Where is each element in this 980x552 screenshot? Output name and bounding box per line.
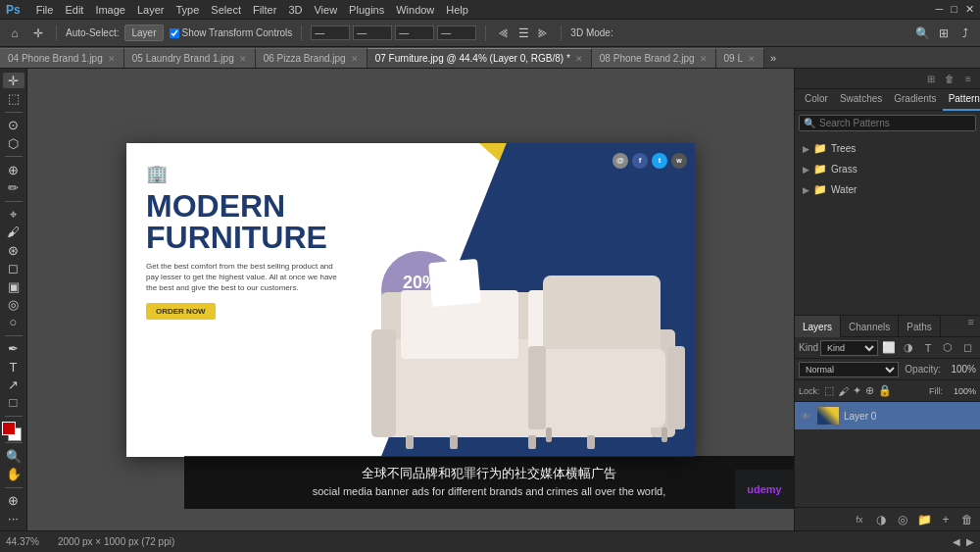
home-icon[interactable]: ⌂ [6,25,24,42]
zoom-in-tool[interactable]: ⊕ [3,492,24,508]
tab-paths[interactable]: Paths [899,316,941,337]
tab-close-2[interactable]: ✕ [351,54,359,64]
window-maximize-btn[interactable]: □ [951,3,957,16]
blur-tool[interactable]: ◎ [3,296,24,312]
menu-help[interactable]: Help [446,4,468,16]
layer-row[interactable]: 👁 Layer 0 [795,402,980,429]
color-swatches[interactable] [2,422,25,437]
layer-shape-filter[interactable]: ⬡ [939,339,956,357]
auto-select-dropdown[interactable]: Layer [124,25,163,41]
y-input[interactable] [353,25,392,40]
tab-gradients[interactable]: Gradients [888,89,942,111]
panel-menu-icon[interactable]: ≡ [960,71,976,86]
tab-close-5[interactable]: ✕ [748,54,756,64]
layer-fx-btn[interactable]: fx [851,511,868,528]
pen-tool[interactable]: ✒ [3,341,24,357]
menu-image[interactable]: Image [95,4,125,16]
hand-tool[interactable]: ✋ [3,466,24,481]
move-tool-icon[interactable]: ✛ [29,25,47,42]
lock-image-icon[interactable]: 🖌 [838,385,849,397]
layer-visibility-icon[interactable]: 👁 [799,409,812,423]
lock-position-icon[interactable]: ✦ [853,384,861,397]
view-mode-btn[interactable]: ⊞ [935,25,953,42]
blend-mode-select[interactable]: Normal [799,362,899,377]
dodge-tool[interactable]: ○ [3,315,24,330]
layer-group-btn[interactable]: 📁 [915,511,933,528]
healing-brush-tool[interactable]: ⌖ [3,206,24,222]
tab-channels[interactable]: Channels [841,316,899,337]
layer-type-filter[interactable]: T [919,339,937,357]
tab-close-4[interactable]: ✕ [700,54,708,64]
menu-edit[interactable]: Edit [65,4,83,16]
zoom-tool[interactable]: 🔍 [3,448,24,464]
tab-3[interactable]: 07 Furniture.jpg @ 44.4% (Layer 0, RGB/8… [368,48,592,68]
object-select-tool[interactable]: ⬡ [3,135,24,151]
lock-artboard-icon[interactable]: ⊕ [865,384,874,397]
menu-filter[interactable]: Filter [253,4,276,16]
layer-kind-select[interactable]: Kind [820,340,878,356]
align-left-icon[interactable]: ⫷ [495,25,513,42]
layer-pixel-filter[interactable]: ⬜ [880,339,898,357]
brush-tool[interactable]: 🖌 [3,225,24,240]
tab-overflow-btn[interactable]: » [764,48,782,68]
window-close-btn[interactable]: ✕ [965,3,974,16]
h-input[interactable] [437,25,476,40]
search-input[interactable] [819,118,971,128]
transform-controls-checkbox[interactable] [170,28,179,38]
pattern-group-water-header[interactable]: ▶ 📁 Water [799,180,976,199]
tab-1[interactable]: 05 Laundry Brand 1.jpg ✕ [124,48,256,68]
tab-close-1[interactable]: ✕ [239,54,247,64]
menu-view[interactable]: View [314,4,337,16]
marquee-tool[interactable]: ⬚ [3,90,24,106]
x-input[interactable] [311,25,350,40]
crop-tool[interactable]: ⊕ [3,162,24,177]
search-btn[interactable]: 🔍 [913,25,931,42]
align-right-icon[interactable]: ⫸ [534,25,552,42]
window-minimize-btn[interactable]: ─ [936,3,944,16]
type-tool[interactable]: T [3,359,24,375]
menu-select[interactable]: Select [211,4,241,16]
tab-color[interactable]: Color [799,89,834,111]
canvas-area[interactable]: @ f t w 🏢 MODERN FURNITURE Get the best … [27,69,794,530]
layer-adjustment-btn[interactable]: ◎ [894,511,911,528]
menu-file[interactable]: File [36,4,54,16]
lock-transparent-icon[interactable]: ⬚ [824,384,834,397]
move-tool[interactable]: ✛ [3,73,24,88]
panel-delete-icon[interactable]: 🗑 [942,71,957,86]
menu-3d[interactable]: 3D [288,4,302,16]
menu-type[interactable]: Type [176,4,200,16]
menu-layer[interactable]: Layer [137,4,165,16]
status-bar-arrow-left[interactable]: ◀ [953,536,960,547]
tab-5[interactable]: 09 L ✕ [716,48,764,68]
tab-2[interactable]: 06 Pizza Brand.jpg ✕ [256,48,368,68]
menu-plugins[interactable]: Plugins [349,4,384,16]
pattern-group-trees-header[interactable]: ▶ 📁 Trees [799,139,976,158]
transform-controls-label[interactable]: Show Transform Controls [170,27,293,38]
tab-0[interactable]: 04 Phone Brand 1.jpg ✕ [0,48,124,68]
eyedropper-tool[interactable]: ✏ [3,179,24,195]
gradient-tool[interactable]: ▣ [3,278,24,294]
layer-new-btn[interactable]: + [937,511,955,528]
path-selection-tool[interactable]: ↗ [3,376,24,392]
foreground-color[interactable] [2,422,16,435]
layer-smart-filter[interactable]: ◻ [958,339,976,357]
tab-close-0[interactable]: ✕ [108,54,116,64]
layer-adjustment-filter[interactable]: ◑ [900,339,917,357]
share-btn[interactable]: ⤴ [956,25,974,42]
eraser-tool[interactable]: ◻ [3,260,24,276]
tab-4[interactable]: 08 Phone Brand 2.jpg ✕ [592,48,716,68]
panel-new-group-icon[interactable]: ⊞ [923,71,939,86]
pattern-group-grass-header[interactable]: ▶ 📁 Grass [799,160,976,178]
status-bar-arrow-right[interactable]: ▶ [966,536,974,547]
tab-close-3[interactable]: ✕ [575,54,583,64]
w-input[interactable] [395,25,434,40]
order-now-button[interactable]: ORDER NOW [146,303,216,320]
align-center-icon[interactable]: ☰ [514,25,532,42]
lasso-tool[interactable]: ⊙ [3,117,24,132]
tab-patterns[interactable]: Patterns [943,89,980,111]
tab-swatches[interactable]: Swatches [834,89,888,111]
shape-tool[interactable]: □ [3,395,24,411]
layer-mask-btn[interactable]: ◑ [872,511,890,528]
clone-stamp-tool[interactable]: ⊛ [3,242,24,258]
tab-layers[interactable]: Layers [795,316,841,337]
